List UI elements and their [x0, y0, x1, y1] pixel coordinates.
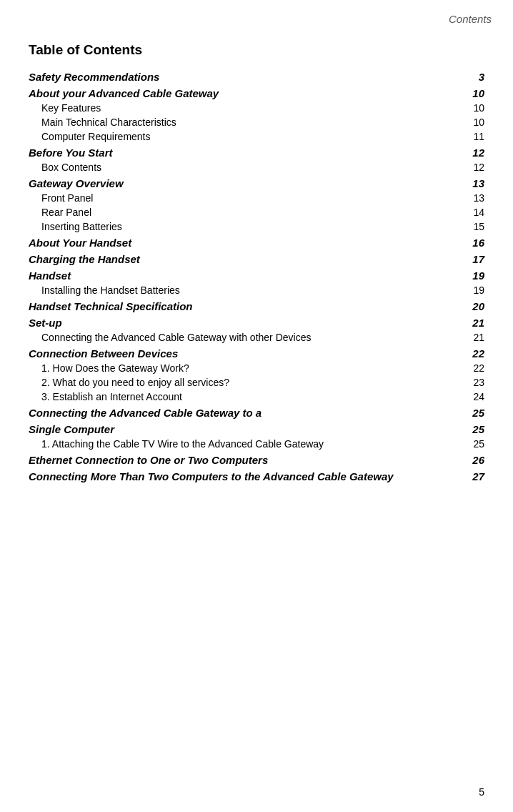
- toc-section-label: Handset Technical Specification: [29, 300, 193, 312]
- toc-section: About Your Handset 16: [29, 234, 484, 250]
- toc-section-label: Set-up: [29, 317, 62, 329]
- toc-sub-page: 15: [473, 221, 484, 232]
- toc-sub-entry: Computer Requirements 11: [29, 129, 484, 144]
- toc-sub-page: 10: [473, 117, 484, 128]
- header-text: Contents: [449, 13, 492, 25]
- toc-section-page: 26: [472, 454, 484, 466]
- toc-sub-entry: Connecting the Advanced Cable Gateway wi…: [29, 330, 484, 345]
- toc-section-label: About your Advanced Cable Gateway: [29, 87, 219, 99]
- toc-sub-entry: 1. Attaching the Cable TV Wire to the Ad…: [29, 437, 484, 451]
- toc-section: Handset 19: [29, 267, 484, 283]
- toc-section: Connecting the Advanced Cable Gateway to…: [29, 404, 484, 420]
- toc-section: Set-up 21: [29, 314, 484, 330]
- toc-section-page: 17: [472, 253, 484, 265]
- toc-sub-label: Installing the Handset Batteries: [41, 284, 180, 296]
- toc-sub-entry: Installing the Handset Batteries 19: [29, 283, 484, 297]
- page-header: Contents: [0, 0, 513, 31]
- toc-section: Ethernet Connection to One or Two Comput…: [29, 451, 484, 467]
- toc-section-label: Connection Between Devices: [29, 347, 178, 360]
- toc-sub-label: Main Technical Characteristics: [41, 117, 176, 128]
- toc-section-page: 20: [472, 300, 484, 312]
- toc-section-label: Gateway Overview: [29, 177, 124, 189]
- toc-section: Handset Technical Specification 20: [29, 297, 484, 314]
- toc-sub-label: 3. Establish an Internet Account: [41, 391, 182, 402]
- toc-sub-label: 1. How Does the Gateway Work?: [41, 362, 189, 374]
- toc-sub-entry: Box Contents 12: [29, 160, 484, 174]
- toc-sub-page: 13: [473, 192, 484, 204]
- toc-sub-label: Computer Requirements: [41, 131, 151, 142]
- toc-section-page: 21: [472, 317, 484, 329]
- toc-section-label: Connecting More Than Two Computers to th…: [29, 470, 394, 482]
- toc-sub-page: 11: [473, 131, 484, 142]
- toc-section: Single Computer 25: [29, 420, 484, 437]
- toc-section-page: 10: [472, 87, 484, 99]
- toc-container: Safety Recommendations 3 About your Adva…: [29, 68, 484, 484]
- toc-sub-page: 23: [473, 377, 484, 388]
- toc-sub-entry: Inserting Batteries 15: [29, 219, 484, 234]
- toc-section-page: 22: [472, 347, 484, 360]
- toc-section-multiline: Connecting More Than Two Computers to th…: [29, 467, 484, 484]
- toc-sub-page: 19: [473, 284, 484, 296]
- toc-section-page: 25: [472, 423, 484, 435]
- toc-sub-page: 22: [473, 362, 484, 374]
- toc-sub-page: 25: [473, 438, 484, 450]
- toc-section-label: Handset: [29, 269, 71, 282]
- content-area: Table of Contents Safety Recommendations…: [0, 31, 513, 513]
- toc-sub-entry: 3. Establish an Internet Account 24: [29, 390, 484, 404]
- toc-sub-label: Rear Panel: [41, 207, 91, 218]
- page-number: 5: [479, 786, 484, 798]
- toc-sub-entry: Rear Panel 14: [29, 205, 484, 219]
- toc-sub-entry: 2. What do you need to enjoy all service…: [29, 375, 484, 390]
- toc-sub-page: 10: [473, 102, 484, 114]
- toc-sub-label: 1. Attaching the Cable TV Wire to the Ad…: [41, 438, 324, 450]
- toc-sub-entry: 1. How Does the Gateway Work? 22: [29, 361, 484, 375]
- toc-section: About your Advanced Cable Gateway 10: [29, 84, 484, 101]
- toc-section-label: Safety Recommendations: [29, 71, 159, 83]
- toc-sub-page: 14: [473, 207, 484, 218]
- toc-section-page: 3: [479, 71, 484, 83]
- toc-section-label: Charging the Handset: [29, 253, 140, 265]
- toc-sub-label: Front Panel: [41, 192, 93, 204]
- toc-section-label: Connecting the Advanced Cable Gateway to…: [29, 407, 262, 419]
- toc-sub-page: 12: [473, 162, 484, 173]
- toc-sub-page: 24: [473, 391, 484, 402]
- toc-sub-label: Box Contents: [41, 162, 101, 173]
- page-title: Table of Contents: [29, 42, 484, 58]
- toc-section-label: Ethernet Connection to One or Two Comput…: [29, 454, 268, 466]
- toc-sub-entry: Front Panel 13: [29, 191, 484, 205]
- toc-section: Safety Recommendations 3: [29, 68, 484, 84]
- toc-section: Charging the Handset 17: [29, 250, 484, 267]
- toc-sub-entry: Main Technical Characteristics 10: [29, 115, 484, 129]
- toc-sub-label: Connecting the Advanced Cable Gateway wi…: [41, 332, 311, 343]
- toc-sub-label: 2. What do you need to enjoy all service…: [41, 377, 229, 388]
- toc-sub-label: Inserting Batteries: [41, 221, 122, 232]
- toc-section-page: 25: [472, 407, 484, 419]
- toc-section-page: 27: [472, 470, 484, 482]
- toc-sub-page: 21: [473, 332, 484, 343]
- toc-section: Gateway Overview 13: [29, 174, 484, 191]
- toc-section-page: 16: [472, 237, 484, 249]
- toc-section: Before You Start 12: [29, 144, 484, 160]
- toc-section-label: Before You Start: [29, 147, 113, 159]
- toc-section-label: About Your Handset: [29, 237, 131, 249]
- toc-section-page: 12: [472, 147, 484, 159]
- toc-section-label: Single Computer: [29, 423, 114, 435]
- toc-sub-label: Key Features: [41, 102, 101, 114]
- toc-sub-entry: Key Features 10: [29, 101, 484, 115]
- toc-section: Connection Between Devices 22: [29, 345, 484, 361]
- toc-section-page: 19: [472, 269, 484, 282]
- toc-section-page: 13: [472, 177, 484, 189]
